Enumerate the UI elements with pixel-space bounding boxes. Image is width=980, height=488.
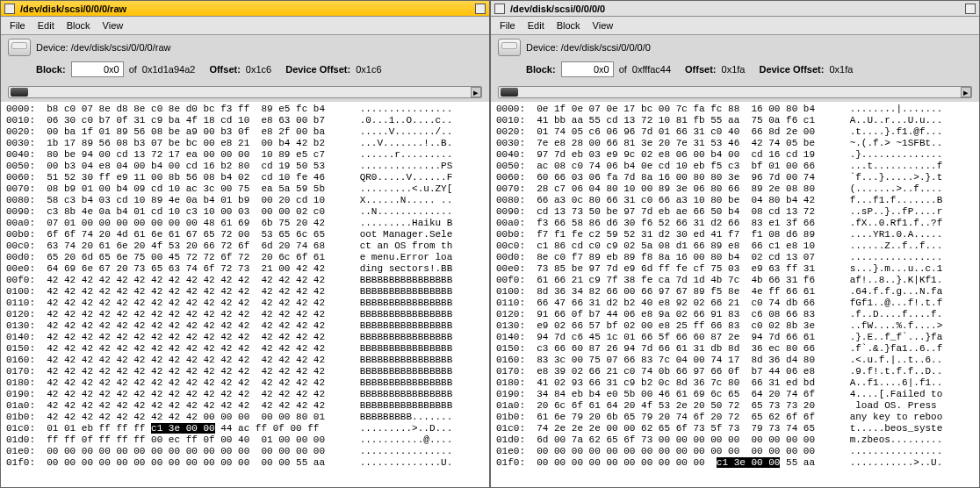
zoom-icon[interactable] xyxy=(475,4,486,14)
menu-edit[interactable]: Edit xyxy=(528,20,544,31)
block-of-value: 0x1d1a94a2 xyxy=(142,64,196,75)
hex-editor-window-right: /dev/disk/scsi/0/0/0/0 File Edit Block V… xyxy=(490,0,980,488)
scrollbar-thumb[interactable] xyxy=(11,88,28,97)
scrollbar-arrow-right[interactable]: ▸ xyxy=(961,87,971,97)
window-title: /dev/disk/scsi/0/0/0/0 xyxy=(510,4,960,14)
block-of-value: 0xfffac44 xyxy=(632,64,671,75)
offset-value: 0x1c6 xyxy=(246,64,271,75)
offset-label: Offset: xyxy=(685,64,716,75)
menubar: File Edit Block View xyxy=(491,17,979,35)
device-path: /dev/disk/scsi/0/0/0/0 xyxy=(561,42,651,53)
block-label: Block: xyxy=(526,64,556,75)
device-offset-label: Device Offset: xyxy=(759,64,824,75)
zoom-icon[interactable] xyxy=(965,4,976,14)
device-label: Device: xyxy=(526,42,558,53)
block-of-label: of xyxy=(129,64,137,75)
block-input[interactable] xyxy=(561,61,614,77)
titlebar[interactable]: /dev/disk/scsi/0/0/0/0 xyxy=(491,1,979,17)
scrollbar-thumb[interactable] xyxy=(501,88,518,97)
block-info-row: Block: of 0xfffac44 Offset: 0x1fa Device… xyxy=(491,60,979,83)
menu-view[interactable]: View xyxy=(103,20,124,31)
block-input[interactable] xyxy=(71,61,124,77)
menu-file[interactable]: File xyxy=(500,20,515,31)
titlebar[interactable]: /dev/disk/scsi/0/0/0/raw xyxy=(1,1,489,17)
menu-edit[interactable]: Edit xyxy=(38,20,54,31)
device-offset-value: 0x1c6 xyxy=(356,64,381,75)
window-title: /dev/disk/scsi/0/0/0/raw xyxy=(20,4,470,14)
block-scrollbar-area: ▸ xyxy=(491,83,979,102)
menubar: File Edit Block View xyxy=(1,17,489,35)
hex-dump-view[interactable]: 0000: 0e 1f 0e 07 0e 17 bc 00 7c fa fc 8… xyxy=(491,102,979,487)
menu-block[interactable]: Block xyxy=(67,20,90,31)
offset-value: 0x1fa xyxy=(722,64,746,75)
device-info-row: Device: /dev/disk/scsi/0/0/0/0 xyxy=(491,35,979,60)
device-offset-label: Device Offset: xyxy=(285,64,350,75)
block-position-scrollbar[interactable]: ▸ xyxy=(8,86,482,98)
close-icon[interactable] xyxy=(4,4,15,14)
drive-icon xyxy=(498,39,521,56)
hex-editor-window-left: /dev/disk/scsi/0/0/0/raw File Edit Block… xyxy=(0,0,490,488)
close-icon[interactable] xyxy=(494,4,505,14)
drive-icon xyxy=(8,39,31,56)
block-position-scrollbar[interactable]: ▸ xyxy=(498,86,972,98)
device-info-row: Device: /dev/disk/scsi/0/0/0/raw xyxy=(1,35,489,60)
block-info-row: Block: of 0x1d1a94a2 Offset: 0x1c6 Devic… xyxy=(1,60,489,83)
device-offset-value: 0x1fa xyxy=(829,64,853,75)
menu-view[interactable]: View xyxy=(593,20,614,31)
menu-file[interactable]: File xyxy=(10,20,25,31)
block-scrollbar-area: ▸ xyxy=(1,83,489,102)
device-path: /dev/disk/scsi/0/0/0/raw xyxy=(71,42,171,53)
scrollbar-arrow-right[interactable]: ▸ xyxy=(471,87,481,97)
hex-dump-view[interactable]: 0000: b8 c0 07 8e d8 8e c0 8e d0 bc f3 f… xyxy=(1,102,489,487)
offset-label: Offset: xyxy=(209,64,240,75)
block-of-label: of xyxy=(619,64,627,75)
menu-block[interactable]: Block xyxy=(557,20,580,31)
device-label: Device: xyxy=(36,42,68,53)
block-label: Block: xyxy=(36,64,66,75)
